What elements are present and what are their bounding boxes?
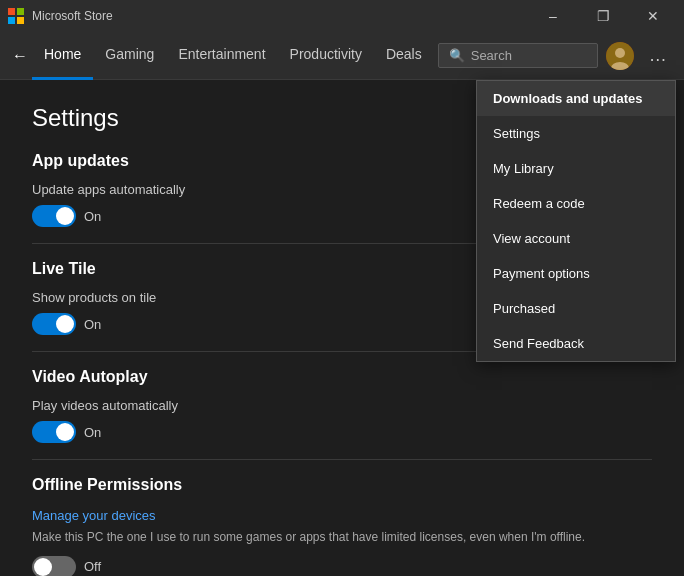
live-tile-toggle-label: On: [84, 317, 101, 332]
svg-rect-0: [8, 8, 15, 15]
dropdown-item-view-account[interactable]: View account: [477, 221, 675, 256]
dropdown-item-redeem-code[interactable]: Redeem a code: [477, 186, 675, 221]
offline-permissions-toggle-label: Off: [84, 559, 101, 574]
section-video-autoplay: Video Autoplay Play videos automatically…: [32, 368, 652, 443]
dropdown-item-purchased[interactable]: Purchased: [477, 291, 675, 326]
offline-permissions-title: Offline Permissions: [32, 476, 652, 494]
offline-permissions-description: Make this PC the one I use to run some g…: [32, 529, 652, 546]
dropdown-item-payment-options[interactable]: Payment options: [477, 256, 675, 291]
dropdown-item-my-library[interactable]: My Library: [477, 151, 675, 186]
app-updates-toggle[interactable]: [32, 205, 76, 227]
more-button[interactable]: …: [642, 40, 674, 72]
dropdown-item-downloads-updates[interactable]: Downloads and updates: [477, 81, 675, 116]
offline-permissions-toggle-row: Off: [32, 556, 652, 576]
store-logo-icon: [8, 8, 24, 24]
section-offline-permissions: Offline Permissions Manage your devices …: [32, 476, 652, 576]
live-tile-toggle[interactable]: [32, 313, 76, 335]
live-tile-toggle-knob: [56, 315, 74, 333]
video-autoplay-label: Play videos automatically: [32, 398, 652, 413]
restore-button[interactable]: ❐: [580, 0, 626, 32]
close-button[interactable]: ✕: [630, 0, 676, 32]
nav-item-home[interactable]: Home: [32, 32, 93, 80]
nav-bar: ← Home Gaming Entertainment Productivity…: [0, 32, 684, 80]
offline-permissions-toggle[interactable]: [32, 556, 76, 576]
search-text: Search: [471, 48, 512, 63]
title-bar-left: Microsoft Store: [8, 8, 113, 24]
title-bar: Microsoft Store – ❐ ✕: [0, 0, 684, 32]
nav-links: Home Gaming Entertainment Productivity D…: [32, 32, 434, 80]
back-button[interactable]: ←: [12, 40, 28, 72]
svg-rect-3: [17, 17, 24, 24]
search-box[interactable]: 🔍 Search: [438, 43, 598, 68]
video-autoplay-toggle-label: On: [84, 425, 101, 440]
video-autoplay-toggle-knob: [56, 423, 74, 441]
nav-item-productivity[interactable]: Productivity: [278, 32, 374, 80]
dropdown-item-send-feedback[interactable]: Send Feedback: [477, 326, 675, 361]
svg-point-5: [615, 48, 625, 58]
minimize-button[interactable]: –: [530, 0, 576, 32]
app-updates-toggle-label: On: [84, 209, 101, 224]
app-updates-toggle-knob: [56, 207, 74, 225]
svg-rect-2: [8, 17, 15, 24]
manage-devices-link[interactable]: Manage your devices: [32, 508, 156, 523]
video-autoplay-toggle[interactable]: [32, 421, 76, 443]
nav-item-deals[interactable]: Deals: [374, 32, 434, 80]
dropdown-menu: Downloads and updates Settings My Librar…: [476, 80, 676, 362]
nav-item-entertainment[interactable]: Entertainment: [166, 32, 277, 80]
avatar-image: [606, 42, 634, 70]
nav-item-gaming[interactable]: Gaming: [93, 32, 166, 80]
divider-3: [32, 459, 652, 460]
svg-rect-1: [17, 8, 24, 15]
title-bar-controls: – ❐ ✕: [530, 0, 676, 32]
offline-permissions-toggle-knob: [34, 558, 52, 576]
search-icon: 🔍: [449, 48, 465, 63]
video-autoplay-title: Video Autoplay: [32, 368, 652, 386]
avatar[interactable]: [606, 42, 634, 70]
dropdown-item-settings[interactable]: Settings: [477, 116, 675, 151]
nav-right: 🔍 Search …: [438, 40, 674, 72]
title-bar-title: Microsoft Store: [32, 9, 113, 23]
video-autoplay-toggle-row: On: [32, 421, 652, 443]
